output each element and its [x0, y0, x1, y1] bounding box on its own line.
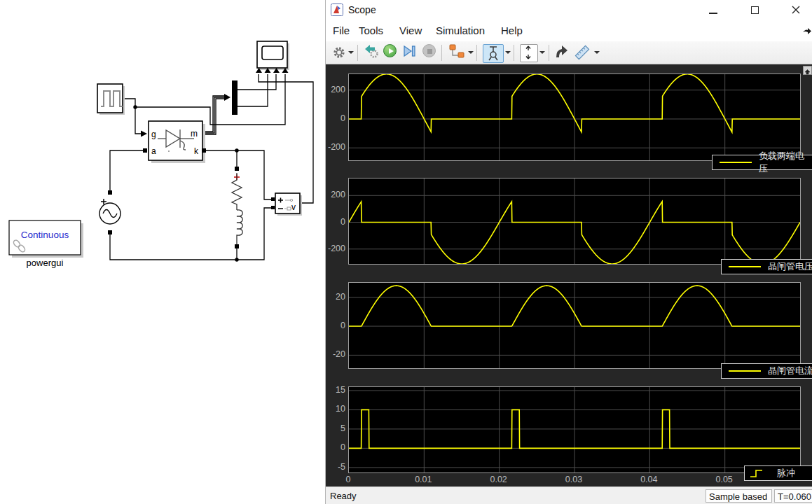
svg-text:k: k [194, 146, 199, 156]
simulink-model-canvas[interactable]: g m a k [0, 0, 326, 504]
scale-dropdown-caret[interactable] [539, 51, 545, 54]
pulse-generator-block[interactable] [97, 84, 125, 115]
y-tick-label: 0 [326, 321, 345, 330]
scope-block[interactable] [256, 41, 289, 73]
voltage-measurement-block[interactable]: v [271, 193, 302, 216]
trigger-icon [484, 46, 502, 62]
y-tick-label: -5 [326, 462, 345, 472]
legend-line-sample [729, 266, 761, 267]
scope-window: Scope File Tools View Simulation Help [326, 0, 812, 504]
series-rlc-branch-block[interactable] [232, 167, 242, 248]
sample-mode-box: Sample based [706, 489, 772, 503]
signal-topology-icon[interactable] [448, 44, 465, 59]
legend-text: 脉冲 [777, 467, 795, 479]
x-tick-label: 0.02 [483, 475, 514, 484]
svg-text:v: v [291, 202, 296, 212]
step-forward-button[interactable] [404, 44, 416, 58]
x-tick-label: 0.01 [408, 475, 439, 484]
run-button[interactable] [383, 44, 397, 57]
trace-signal-arrow-icon[interactable] [554, 44, 570, 59]
menu-tools[interactable]: Tools [359, 24, 383, 36]
legend-text: 负载两端电压 [759, 150, 812, 175]
menu-file[interactable]: File [333, 24, 350, 36]
measurements-ruler-icon[interactable] [573, 44, 591, 61]
demux-input-arrow [224, 94, 230, 101]
scope-app-icon [331, 4, 343, 16]
legend-1[interactable]: 负载两端电压 [712, 155, 812, 170]
close-button[interactable] [790, 4, 801, 15]
stop-button-disabled[interactable] [422, 44, 436, 57]
scope-plot-1[interactable] [348, 74, 801, 161]
window-title: Scope [348, 4, 376, 15]
settings-gear-icon[interactable] [332, 44, 346, 59]
x-tick-label: 0.04 [633, 475, 664, 484]
scope-plot-2[interactable] [348, 178, 801, 265]
trigger-button-active[interactable] [483, 44, 504, 63]
y-tick-label: 0 [326, 442, 345, 452]
minimize-button[interactable] [708, 4, 719, 15]
legend-text: 晶闸管电流 [768, 365, 812, 377]
y-tick-label: 200 [326, 85, 345, 94]
y-tick-label: 10 [326, 404, 345, 414]
scope-plot-4[interactable] [348, 386, 801, 473]
toolbar [326, 41, 812, 64]
svg-text:m: m [191, 129, 198, 139]
svg-text:a: a [151, 146, 156, 156]
maximize-button[interactable] [750, 4, 761, 15]
menu-view[interactable]: View [399, 24, 422, 36]
y-tick-label: 0 [326, 113, 345, 123]
status-text: Ready [330, 491, 357, 501]
scale-y-axis-icon [521, 45, 536, 60]
menu-bar: File Tools View Simulation Help [326, 20, 812, 41]
wires[interactable] [110, 74, 313, 262]
trigger-dropdown-caret[interactable] [505, 51, 511, 54]
legend-line-sample [729, 370, 761, 372]
y-tick-label: -200 [326, 244, 345, 253]
legend-step-sample [749, 469, 767, 478]
block-name-label: powergui [27, 258, 64, 268]
gate-wire-arrow [141, 131, 147, 137]
legend-2[interactable]: 晶闸管电压 [721, 259, 812, 274]
x-tick-label: 0.05 [709, 475, 740, 484]
y-tick-label: 0 [326, 217, 345, 227]
legend-line-sample [720, 162, 752, 163]
measurements-dropdown-caret[interactable] [594, 51, 600, 54]
ac-voltage-source-block[interactable] [99, 190, 121, 234]
x-tick-label: 0.03 [558, 475, 589, 484]
menu-overflow-arrow-icon[interactable] [802, 27, 812, 35]
svg-text:Continuous: Continuous [21, 230, 69, 240]
y-tick-label: -200 [326, 142, 345, 152]
scale-y-axis-button[interactable] [520, 44, 538, 62]
y-tick-label: 200 [326, 190, 345, 200]
inductor-symbol [237, 210, 242, 244]
step-back-icon[interactable] [364, 44, 380, 59]
menu-simulation[interactable]: Simulation [436, 24, 485, 36]
scope-display-area[interactable]: 2000-200负载两端电压2000-200晶闸管电压200-20晶闸管电流15… [326, 64, 812, 486]
sim-time-box: T=0.060 [774, 489, 812, 503]
y-tick-label: -20 [326, 349, 345, 359]
powergui-block[interactable]: Continuous powergui [9, 220, 83, 268]
expand-panel-button[interactable] [803, 66, 812, 75]
y-tick-label: 20 [326, 292, 345, 302]
legend-text: 晶闸管电压 [768, 260, 812, 273]
settings-dropdown-caret[interactable] [348, 51, 354, 54]
title-bar[interactable]: Scope [326, 0, 812, 20]
y-tick-label: 15 [326, 385, 345, 395]
menu-help[interactable]: Help [501, 24, 523, 36]
y-tick-label: 5 [326, 424, 345, 433]
resistor-symbol [232, 173, 242, 210]
scope-plot-3[interactable] [348, 282, 801, 369]
legend-4[interactable]: 脉冲 [744, 465, 812, 481]
legend-3[interactable]: 晶闸管电流 [721, 363, 812, 379]
demux-block[interactable] [232, 80, 238, 115]
topology-dropdown-caret[interactable] [468, 51, 474, 54]
svg-text:g: g [151, 130, 156, 139]
x-tick-label: 0 [333, 475, 364, 484]
status-bar: Ready Sample based T=0.060 [326, 486, 812, 504]
thyristor-block[interactable]: g m a k [143, 121, 206, 163]
